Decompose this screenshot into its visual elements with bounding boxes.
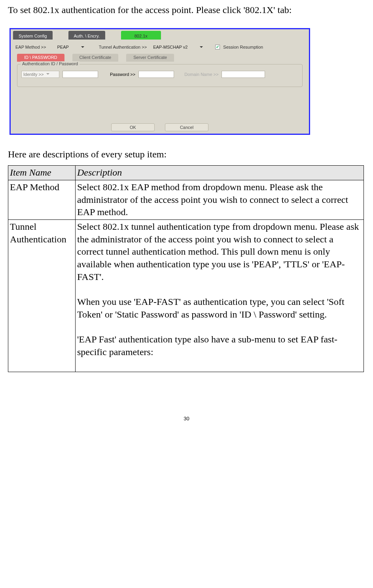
tab-id-password[interactable]: ID \ PASSWORD [17,54,64,62]
tunnel-p3: 'EAP Fast' authentication type also have… [77,334,337,357]
button-row: OK Cancel [11,123,308,131]
eap-row: EAP Method >> PEAP Tunnel Authentication… [15,43,304,51]
settings-panel: System Config Auth. \ Encry. 802.1x EAP … [9,28,310,135]
caret-down-icon [46,72,50,77]
td-eap-method-desc: Select 802.1x EAP method from dropdown m… [76,180,364,219]
domain-name-input[interactable] [222,71,265,78]
tunnel-auth-label: Tunnel Authentication >> [99,45,147,49]
domain-name-label: Domain Name >> [184,72,218,77]
tunnel-p2: When you use 'EAP-FAST' as authenticatio… [77,297,345,320]
eap-method-value: PEAP [57,45,68,49]
description-table: Item Name Description EAP Method Select … [8,165,364,372]
cancel-button[interactable]: Cancel [165,123,208,131]
intro-text: To set 802.1x authentication for the acc… [8,4,365,16]
eap-method-dropdown[interactable]: PEAP [57,45,84,49]
tunnel-auth-value: EAP-MSCHAP v2 [153,45,187,49]
td-eap-method: EAP Method [8,180,76,219]
tab-client-cert[interactable]: Client Certificate [72,54,119,62]
td-tunnel-auth-desc: Select 802.1x tunnel authentication type… [76,219,364,372]
caret-down-icon [81,45,85,49]
identity-input[interactable] [62,71,98,78]
auth-id-group: Authentication ID / Password Identity >>… [17,64,303,87]
identity-dropdown[interactable]: Identity >> [21,71,59,78]
page-number: 30 [8,416,365,422]
sub-tabbar: ID \ PASSWORD Client Certificate Server … [17,54,182,62]
tab-system-config[interactable]: System Config [13,31,53,40]
password-input[interactable] [138,71,174,78]
eap-method-label: EAP Method >> [15,45,46,49]
password-label: Password >> [110,72,135,77]
td-tunnel-auth: Tunnel Authentication [8,219,76,372]
caret-down-icon [199,45,203,49]
panel-inner: System Config Auth. \ Encry. 802.1x EAP … [11,30,308,133]
th-description: Description [76,166,364,180]
tab-8021x[interactable]: 802.1x [121,31,161,40]
group-title: Authentication ID / Password [21,61,80,66]
tab-server-cert[interactable]: Server Certificate [126,54,174,62]
tab-auth-encry[interactable]: Auth. \ Encry. [68,31,105,40]
session-resumption-checkbox[interactable]: ✔ [215,45,220,49]
tunnel-p1: Select 802.1x tunnel authentication type… [77,221,359,282]
tunnel-auth-dropdown[interactable]: EAP-MSCHAP v2 [153,45,203,49]
session-resumption-label: Session Resumption [223,45,263,49]
ok-button[interactable]: OK [111,123,155,131]
th-item-name: Item Name [8,166,76,180]
main-tabbar: System Config Auth. \ Encry. 802.1x [13,31,307,40]
descriptions-intro: Here are descriptions of every setup ite… [8,149,365,160]
identity-label: Identity >> [23,72,44,77]
